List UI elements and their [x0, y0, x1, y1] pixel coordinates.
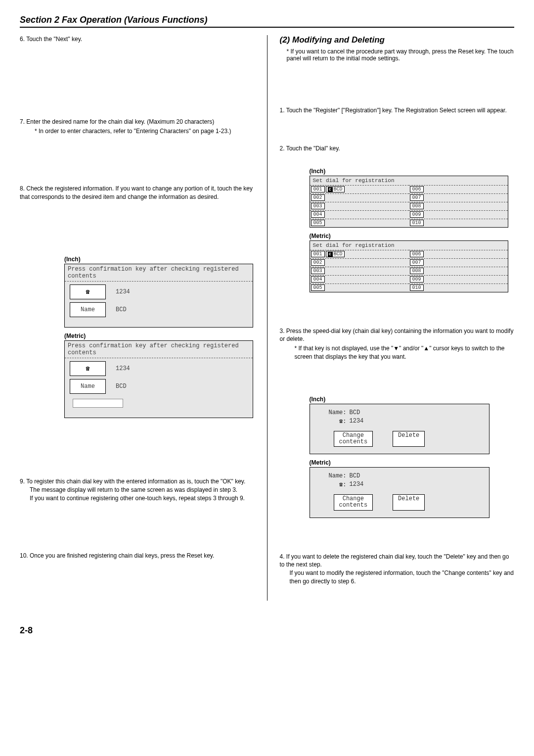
step-7: 7. Enter the desired name for the chain …: [20, 118, 255, 136]
step-8: 8. Check the registered information. If …: [20, 185, 255, 201]
step-7-text: 7. Enter the desired name for the chain …: [20, 118, 255, 126]
dial-entry-text: BCD: [334, 187, 343, 192]
lcd-reg-title: Set dial for registration: [310, 176, 508, 185]
dial-slot[interactable]: 003: [311, 268, 325, 274]
mod-name-label: Name:: [324, 472, 347, 479]
lcd-modify-metric: Name:BCD ☎:1234 Change contents Delete: [310, 467, 490, 518]
lcd-reg-title: Set dial for registration: [310, 241, 508, 250]
lcd-value-name: BCD: [116, 306, 127, 313]
dial-slot[interactable]: 005: [311, 284, 325, 291]
inch-label: (Inch): [310, 168, 515, 175]
dial-slot[interactable]: 004: [311, 276, 325, 283]
metric-label: (Metric): [310, 459, 515, 466]
phone-icon: ☎: [86, 365, 90, 373]
lcd-value-name: BCD: [116, 383, 127, 390]
step-9b: The message display will return to the s…: [20, 486, 255, 494]
c-icon: C: [328, 252, 333, 257]
c-icon: C: [328, 187, 333, 192]
phone-icon: ☎:: [324, 418, 347, 425]
step-1: 1. Touch the "Register" ["Registration"]…: [280, 106, 515, 115]
dial-slot[interactable]: 005: [311, 220, 325, 226]
step-6: 6. Touch the "Next" key.: [20, 35, 255, 44]
name-button[interactable]: Name: [70, 302, 106, 317]
lcd-reg-metric: Set dial for registration 001CBCD 006 00…: [310, 240, 508, 292]
lcd-confirm-metric: Press confirmation key after checking re…: [64, 340, 253, 418]
right-column: (2) Modifying and Deleting * If you want…: [280, 35, 515, 601]
step-4: 4. If you want to delete the registered …: [280, 553, 515, 586]
step-9: 9. To register this chain dial key with …: [20, 477, 255, 502]
column-divider: [267, 35, 267, 601]
dial-slot[interactable]: 008: [410, 268, 424, 274]
dial-slot[interactable]: 002: [311, 194, 325, 201]
lcd-confirm-inch: Press confirmation key after checking re…: [64, 264, 253, 328]
subheading: (2) Modifying and Deleting: [280, 35, 515, 45]
inch-label: (Inch): [64, 256, 255, 263]
phone-button[interactable]: ☎: [70, 284, 106, 299]
step-4b: If you want to modify the registered inf…: [280, 569, 515, 586]
phone-button[interactable]: ☎: [70, 361, 106, 376]
name-button[interactable]: Name: [70, 379, 106, 394]
section-title: Section 2 Fax Operation (Various Functio…: [20, 15, 514, 28]
lcd-confirm-bar: Press confirmation key after checking re…: [65, 264, 253, 282]
phone-icon: ☎: [86, 288, 90, 296]
left-column: 6. Touch the "Next" key. 7. Enter the de…: [20, 35, 255, 601]
step-9a: 9. To register this chain dial key with …: [20, 477, 255, 486]
dial-entry[interactable]: CBCD: [326, 251, 345, 257]
metric-label: (Metric): [310, 233, 515, 239]
dial-slot[interactable]: 010: [410, 284, 424, 291]
dial-slot[interactable]: 008: [410, 203, 424, 209]
dial-entry[interactable]: CBCD: [326, 186, 345, 192]
step-3-text: 3. Press the speed-dial key (chain dial …: [280, 327, 515, 344]
dial-slot[interactable]: 001: [311, 251, 325, 257]
inch-label: (Inch): [310, 396, 515, 403]
dial-slot[interactable]: 006: [410, 186, 424, 192]
lcd-value-number: 1234: [116, 288, 130, 295]
mod-name-value: BCD: [350, 472, 360, 479]
dial-slot[interactable]: 010: [410, 220, 424, 226]
delete-button[interactable]: Delete: [393, 494, 425, 510]
dial-slot[interactable]: 001: [311, 186, 325, 192]
step-7-note: * In order to enter characters, refer to…: [20, 127, 255, 136]
dial-slot[interactable]: 006: [410, 251, 424, 257]
step-3-note: * If that key is not displayed, use the …: [280, 344, 515, 361]
blank-box: [73, 399, 123, 408]
page-number: 2-8: [20, 625, 514, 636]
intro-note: * If you want to cancel the procedure pa…: [280, 48, 515, 62]
step-2: 2. Touch the "Dial" key.: [280, 144, 515, 153]
mod-tel-value: 1234: [350, 481, 364, 488]
dial-slot[interactable]: 002: [311, 259, 325, 266]
change-contents-button[interactable]: Change contents: [334, 494, 373, 510]
lcd-reg-inch: Set dial for registration 001CBCD 006 00…: [310, 176, 508, 228]
step-3: 3. Press the speed-dial key (chain dial …: [280, 327, 515, 361]
dial-slot[interactable]: 009: [410, 211, 424, 218]
dial-slot[interactable]: 007: [410, 194, 424, 201]
dial-slot[interactable]: 003: [311, 203, 325, 209]
mod-tel-value: 1234: [350, 418, 364, 425]
step-9c: If you want to continue registering othe…: [20, 494, 255, 503]
dial-slot[interactable]: 009: [410, 276, 424, 283]
lcd-value-number: 1234: [116, 365, 130, 372]
step-10: 10. Once you are finished registering ch…: [20, 552, 255, 560]
lcd-modify-inch: Name:BCD ☎:1234 Change contents Delete: [310, 404, 490, 454]
mod-name-label: Name:: [324, 409, 347, 416]
phone-icon: ☎:: [324, 481, 347, 488]
dial-slot[interactable]: 007: [410, 259, 424, 266]
metric-label: (Metric): [64, 332, 255, 339]
dial-slot[interactable]: 004: [311, 211, 325, 218]
change-contents-button[interactable]: Change contents: [334, 431, 373, 447]
dial-entry-text: BCD: [334, 251, 343, 257]
step-4a: 4. If you want to delete the registered …: [280, 553, 515, 569]
mod-name-value: BCD: [350, 409, 360, 416]
delete-button[interactable]: Delete: [393, 431, 425, 447]
lcd-confirm-bar: Press confirmation key after checking re…: [65, 341, 253, 358]
